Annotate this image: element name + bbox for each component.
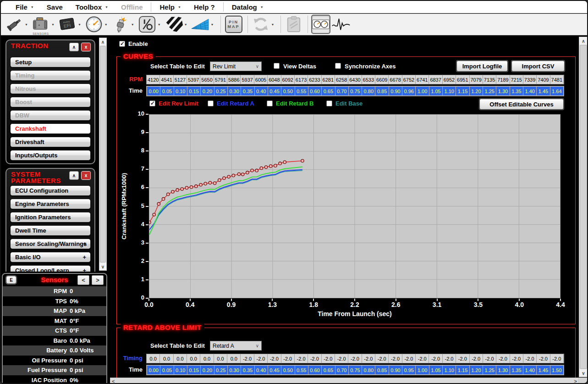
table-cell[interactable]: -2.0 [241, 354, 254, 363]
retard-table-select-dropdown[interactable]: Retard A ∨ [210, 341, 262, 351]
table-cell[interactable]: 1.35 [510, 366, 523, 374]
table-cell[interactable]: 0.0 [214, 354, 227, 363]
spark-plug-icon[interactable] [111, 15, 130, 34]
menu-item-toolbox[interactable]: Toolbox▼ [69, 1, 115, 13]
dropdown-caret-icon[interactable]: ▼ [131, 23, 134, 26]
chevron-right-icon[interactable]: > [92, 275, 104, 285]
table-cell[interactable]: 1.40 [523, 366, 536, 374]
scroll-down-icon[interactable]: ∨ [579, 369, 588, 377]
table-cell[interactable]: 0.05 [160, 366, 173, 374]
scrollbar-thumb[interactable] [580, 45, 587, 369]
dual-gauges-icon[interactable] [311, 15, 330, 34]
table-cell[interactable]: 0.75 [349, 366, 362, 374]
table-cell[interactable]: 1.15 [456, 366, 469, 374]
menu-item-file[interactable]: File▼ [9, 1, 40, 13]
table-cell[interactable]: -2.0 [416, 354, 429, 363]
table-cell[interactable]: -2.0 [348, 354, 362, 363]
sidebar-scrollbar[interactable]: ∧ ∨ [99, 38, 107, 271]
table-cell[interactable]: 0.30 [228, 366, 241, 374]
table-cell[interactable]: 0.95 [402, 366, 415, 374]
chevron-left-icon[interactable]: < [77, 275, 89, 285]
table-cell[interactable]: 0.65 [322, 366, 335, 374]
sidebar-item-engine-parameters[interactable]: Engine Parameters [10, 199, 91, 209]
table-cell[interactable]: 0.0 [187, 354, 200, 363]
dropdown-caret-icon[interactable]: ▼ [184, 23, 187, 26]
table-cell[interactable]: 0.70 [335, 366, 348, 374]
scroll-left-icon[interactable]: < [112, 378, 115, 384]
sensors-module-icon[interactable]: SENSORS [31, 15, 50, 34]
tire-tread-icon[interactable] [164, 15, 183, 34]
table-cell[interactable]: 1.45 [537, 366, 550, 374]
table-cell[interactable]: 1.05 [429, 366, 442, 374]
table-cell[interactable]: 1.10 [443, 366, 456, 374]
sidebar-item-timing[interactable]: Timing [10, 70, 91, 81]
table-cell[interactable]: -2.0 [443, 354, 456, 363]
table-cell[interactable]: -2.0 [402, 354, 416, 363]
table-cell[interactable]: 1.50 [550, 366, 563, 374]
sidebar-item-inputs-outputs[interactable]: Inputs/Outputs [10, 150, 91, 161]
table-cell[interactable]: -2.0 [268, 354, 281, 363]
menu-item-datalog[interactable]: Datalog▼ [225, 1, 270, 13]
main-vertical-scrollbar[interactable]: ∧ ∨ [579, 37, 588, 377]
collapse-button[interactable]: ∧ [69, 171, 79, 180]
sidebar-item-ecu-configuration[interactable]: ECU Configuration [10, 185, 91, 196]
table-cell[interactable]: 1.20 [470, 366, 483, 374]
table-cell[interactable]: -2.0 [456, 354, 469, 363]
main-horizontal-scrollbar[interactable]: < > [110, 378, 579, 384]
table-cell[interactable]: -2.0 [308, 354, 321, 363]
io-icon[interactable] [137, 15, 157, 34]
dropdown-caret-icon[interactable]: ▼ [271, 23, 275, 26]
sidebar-item-sensor-scaling-warnings[interactable]: Sensor Scaling/Warnings+ [10, 239, 91, 249]
fuel-injector-icon[interactable] [5, 15, 24, 34]
table-cell[interactable]: 0.0 [147, 354, 160, 363]
waveform-icon[interactable] [331, 15, 351, 34]
table-cell[interactable]: -2.0 [375, 354, 389, 363]
table-cell[interactable]: 0.45 [268, 366, 281, 374]
collapse-button[interactable]: ∧ [69, 43, 79, 51]
sidebar-item-closed-loop-learn[interactable]: Closed Loop/Learn+ [10, 265, 91, 272]
sidebar-item-dbw[interactable]: DBW [10, 110, 91, 121]
table-cell[interactable]: -2.0 [429, 354, 442, 363]
scroll-up-icon[interactable]: ∧ [579, 37, 588, 45]
table-cell[interactable]: 0.55 [295, 366, 308, 374]
menu-item-help[interactable]: Help ? [187, 1, 221, 13]
close-button[interactable]: x [81, 171, 91, 180]
table-cell[interactable]: -2.0 [254, 354, 268, 363]
table-cell[interactable]: -2.0 [322, 354, 335, 363]
scroll-down-icon[interactable]: ∨ [99, 263, 106, 270]
table-cell[interactable]: -2.0 [362, 354, 375, 363]
sidebar-item-driveshaft[interactable]: Driveshaft [10, 137, 91, 147]
clipboard-icon[interactable] [284, 15, 303, 34]
close-button[interactable]: x [81, 43, 91, 51]
gauge-icon[interactable] [84, 15, 104, 34]
table-cell[interactable]: 0.90 [389, 366, 402, 374]
dropdown-caret-icon[interactable]: ▼ [51, 23, 55, 26]
dropdown-caret-icon[interactable]: ▼ [25, 23, 28, 26]
menu-item-help[interactable]: Help▼ [153, 1, 187, 13]
table-cell[interactable]: -2.0 [295, 354, 308, 363]
table-cell[interactable]: 0.35 [241, 366, 254, 374]
plot-area[interactable] [149, 114, 561, 298]
table-cell[interactable]: -2.0 [550, 354, 564, 363]
table-cell[interactable]: 0.15 [187, 366, 200, 374]
table-cell[interactable]: -2.0 [510, 354, 523, 363]
table-cell[interactable]: 0.10 [174, 366, 187, 374]
table-cell[interactable]: 0.20 [201, 366, 214, 374]
table-cell[interactable]: 1.30 [496, 366, 509, 374]
sidebar-item-dwell-time[interactable]: Dwell Time [10, 225, 91, 236]
sidebar-item-nitrous[interactable]: Nitrous [10, 83, 91, 94]
menu-item-offline[interactable]: Offline [115, 1, 149, 13]
refresh-icon[interactable] [251, 15, 270, 34]
table-cell[interactable]: 0.40 [255, 366, 268, 374]
table-cell[interactable]: -2.0 [483, 354, 496, 363]
table-cell[interactable]: 1.00 [416, 366, 429, 374]
scroll-right-icon[interactable]: > [574, 378, 577, 384]
table-cell[interactable]: 0.85 [375, 366, 388, 374]
dropdown-caret-icon[interactable]: ▼ [211, 23, 214, 26]
efi-box-icon[interactable]: HolleyEFI [58, 15, 77, 34]
curves-plot[interactable] [149, 115, 560, 298]
scrollbar-thumb[interactable] [100, 46, 106, 262]
sidebar-item-ignition-parameters[interactable]: Ignition Parameters [10, 212, 91, 223]
table-cell[interactable]: 0.0 [227, 354, 241, 363]
scroll-up-icon[interactable]: ∧ [99, 38, 106, 45]
